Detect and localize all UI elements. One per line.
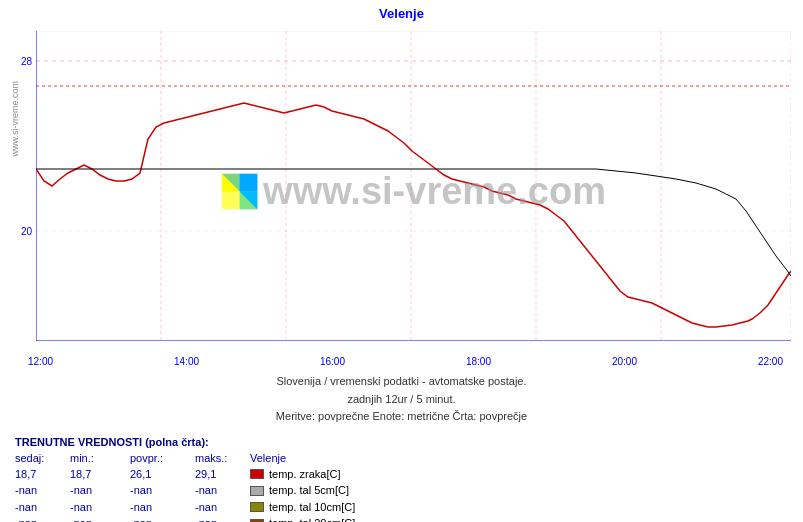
- row4-label: temp. tal 20cm[C]: [269, 515, 355, 522]
- row2-legend: temp. tal 5cm[C]: [250, 482, 349, 499]
- row4-min: -nan: [70, 515, 130, 522]
- table-row: -nan -nan -nan -nan temp. tal 5cm[C]: [15, 482, 803, 499]
- row3-maks: -nan: [195, 499, 250, 516]
- subtitle-line1: Slovenija / vremenski podatki - avtomats…: [0, 373, 803, 391]
- col-header-min: min.:: [70, 452, 130, 464]
- row1-min: 18,7: [70, 466, 130, 483]
- x-label-1800: 18:00: [466, 356, 491, 367]
- table-row: -nan -nan -nan -nan temp. tal 20cm[C]: [15, 515, 803, 522]
- x-label-1400: 14:00: [174, 356, 199, 367]
- row3-label: temp. tal 10cm[C]: [269, 499, 355, 516]
- row2-sedaj: -nan: [15, 482, 70, 499]
- row2-label: temp. tal 5cm[C]: [269, 482, 349, 499]
- chart-wrapper: www.si-vreme.com 28 20: [8, 31, 803, 351]
- row1-povpr: 26,1: [130, 466, 195, 483]
- row2-min: -nan: [70, 482, 130, 499]
- col-header-maks: maks.:: [195, 452, 250, 464]
- row4-maks: -nan: [195, 515, 250, 522]
- col-header-sedaj: sedaj:: [15, 452, 70, 464]
- row2-maks: -nan: [195, 482, 250, 499]
- row3-min: -nan: [70, 499, 130, 516]
- chart-area: www.si-vreme.com: [36, 31, 791, 351]
- chart-svg: [36, 31, 791, 341]
- row2-povpr: -nan: [130, 482, 195, 499]
- col-header-povpr: povpr.:: [130, 452, 195, 464]
- table-row: 18,7 18,7 26,1 29,1 temp. zraka[C]: [15, 466, 803, 483]
- chart-title: Velenje: [0, 0, 803, 23]
- table-row: -nan -nan -nan -nan temp. tal 10cm[C]: [15, 499, 803, 516]
- row4-sedaj: -nan: [15, 515, 70, 522]
- row1-maks: 29,1: [195, 466, 250, 483]
- subtitle-line2: zadnjih 12ur / 5 minut.: [0, 391, 803, 409]
- table-header: TRENUTNE VREDNOSTI (polna črta):: [15, 436, 803, 448]
- row3-legend: temp. tal 10cm[C]: [250, 499, 355, 516]
- table-col-headers: sedaj: min.: povpr.: maks.: Velenje: [15, 452, 803, 464]
- row4-povpr: -nan: [130, 515, 195, 522]
- x-label-2000: 20:00: [612, 356, 637, 367]
- legend-color-2: [250, 486, 264, 496]
- legend-color-4: [250, 519, 264, 522]
- col-header-velenje: Velenje: [250, 452, 286, 464]
- y-label-28: 28: [21, 56, 32, 67]
- subtitle: Slovenija / vremenski podatki - avtomats…: [0, 373, 803, 426]
- x-axis: 12:00 14:00 16:00 18:00 20:00 22:00: [28, 353, 783, 367]
- row1-sedaj: 18,7: [15, 466, 70, 483]
- x-label-1600: 16:00: [320, 356, 345, 367]
- row3-povpr: -nan: [130, 499, 195, 516]
- y-axis: 28 20: [8, 31, 36, 351]
- x-label-2200: 22:00: [758, 356, 783, 367]
- y-label-20: 20: [21, 226, 32, 237]
- row1-legend: temp. zraka[C]: [250, 466, 341, 483]
- row4-legend: temp. tal 20cm[C]: [250, 515, 355, 522]
- legend-color-3: [250, 502, 264, 512]
- row1-label: temp. zraka[C]: [269, 466, 341, 483]
- legend-color-1: [250, 469, 264, 479]
- x-label-1200: 12:00: [28, 356, 53, 367]
- row3-sedaj: -nan: [15, 499, 70, 516]
- data-table: TRENUTNE VREDNOSTI (polna črta): sedaj: …: [15, 436, 803, 522]
- main-container: Velenje www.si-vreme.com 28 20: [0, 0, 803, 522]
- subtitle-line3: Meritve: povprečne Enote: metrične Črta:…: [0, 408, 803, 426]
